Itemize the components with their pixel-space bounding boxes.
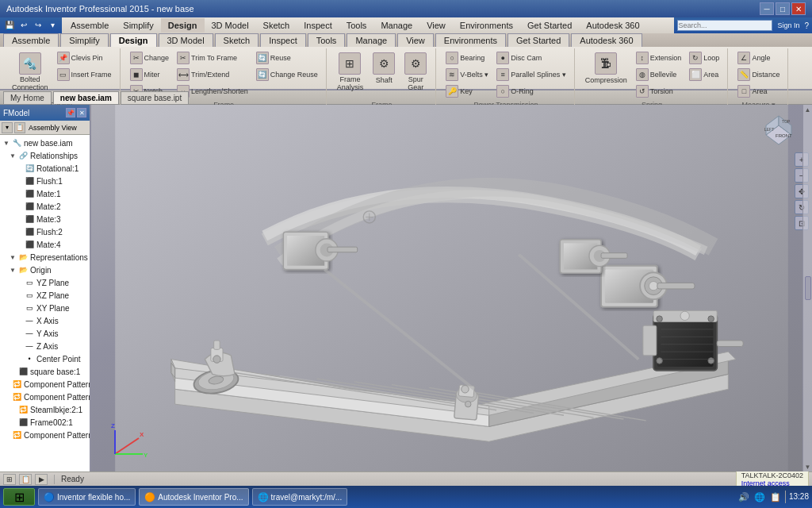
shaft-btn[interactable]: ⚙ Shaft xyxy=(369,50,399,87)
spur-gear-btn[interactable]: ⚙ SpurGear xyxy=(400,50,431,94)
search-input[interactable] xyxy=(677,20,772,31)
tree-item[interactable]: ⬛ Mate:3 xyxy=(2,213,88,225)
tree-item[interactable]: ⬛ Flush:2 xyxy=(2,225,88,238)
tab-myhome[interactable]: My Home xyxy=(3,91,52,104)
scroll-strip[interactable]: ▲ ▼ xyxy=(802,105,812,471)
panel-close-btn[interactable]: ✕ xyxy=(77,108,86,117)
status-btn-2[interactable]: 📋 xyxy=(19,474,32,485)
ribbon-tab-sketch[interactable]: Sketch xyxy=(215,33,259,47)
distance-btn[interactable]: 📏 Distance xyxy=(734,67,783,83)
tree-item[interactable]: ▭ XZ Plane xyxy=(2,289,88,302)
tree-item[interactable]: — X Axis xyxy=(2,314,88,327)
tree-item[interactable]: ⬛ Mate:2 xyxy=(2,200,88,213)
assembly-view-tab[interactable]: 📋 xyxy=(14,122,25,133)
model-tree[interactable]: ▼ 🔧 new base.iam ▼ 🔗 Relationships 🔄 Rot… xyxy=(0,135,90,471)
torsion-btn[interactable]: ↺ Torsion xyxy=(633,83,685,99)
minimize-button[interactable]: ─ xyxy=(760,2,774,15)
network-icon[interactable]: 🌐 xyxy=(753,491,766,503)
frame-analysis-btn[interactable]: ⊞ FrameAnalysis xyxy=(333,50,368,94)
menu-sketch[interactable]: Sketch xyxy=(256,18,297,33)
tree-item[interactable]: ⬛ square base:1 xyxy=(2,365,88,378)
loop-btn[interactable]: ↻ Loop xyxy=(686,50,722,66)
menu-view[interactable]: View xyxy=(419,18,453,33)
vbelts-btn[interactable]: ≋ V-Belts ▾ xyxy=(442,67,492,83)
angle-btn[interactable]: ∠ Angle xyxy=(734,50,783,66)
tree-item[interactable]: ▭ XY Plane xyxy=(2,302,88,314)
ribbon-tab-simplify[interactable]: Simplify xyxy=(60,33,109,47)
tree-item[interactable]: 🔄 Rotational:1 xyxy=(2,162,88,175)
bolted-connection-btn[interactable]: 🔩 BoltedConnection xyxy=(8,50,52,94)
volume-icon[interactable]: 🔊 xyxy=(737,491,750,503)
tree-item[interactable]: ⬛ Frame002:1 xyxy=(2,416,88,429)
tree-item[interactable]: 🔁 Component Pattern:2:1 xyxy=(2,391,88,403)
ribbon-tab-3dmodel[interactable]: 3D Model xyxy=(159,33,213,47)
tree-item[interactable]: ⬛ Mate:1 xyxy=(2,187,88,200)
signin-button[interactable]: Sign In xyxy=(774,21,802,29)
taskbar-item-0[interactable]: 🔵 Inventor flexible ho... xyxy=(38,488,136,506)
tree-item[interactable]: — Z Axis xyxy=(2,340,88,352)
menu-design[interactable]: Design xyxy=(161,18,205,33)
belleville-btn[interactable]: ◍ Bellevile xyxy=(633,67,685,83)
options-quick-btn[interactable]: ▾ xyxy=(46,19,59,30)
viewport-3d[interactable]: FRONT LEFT TOP + − ✥ ↻ ⊡ X Y Z xyxy=(91,105,812,471)
area-btn[interactable]: ⬜ Area xyxy=(686,67,722,83)
tree-item[interactable]: ▼ 📂 Origin xyxy=(2,264,88,276)
trim-to-frame-btn[interactable]: ✂ Trim To Frame xyxy=(174,50,251,66)
ribbon-tab-view[interactable]: View xyxy=(397,33,434,47)
help-button[interactable]: ? xyxy=(804,21,809,30)
undo-quick-btn[interactable]: ↩ xyxy=(17,19,30,30)
tree-item[interactable]: ⬛ Flush:1 xyxy=(2,175,88,187)
menu-3dmodel[interactable]: 3D Model xyxy=(205,18,256,33)
view-cube[interactable]: FRONT LEFT TOP xyxy=(758,110,799,151)
change-reuse-btn[interactable]: 🔄 Change Reuse xyxy=(253,67,321,83)
menu-inspect[interactable]: Inspect xyxy=(297,18,339,33)
menu-environments[interactable]: Environments xyxy=(453,18,520,33)
clevis-pin-btn[interactable]: 📌 Clevis Pin xyxy=(54,50,115,66)
disc-cam-btn[interactable]: ● Disc Cam xyxy=(493,50,569,66)
tab-newbase[interactable]: new base.iam xyxy=(53,91,119,104)
ribbon-tab-manage[interactable]: Manage xyxy=(347,33,396,47)
ribbon-tab-assemble[interactable]: Assemble xyxy=(3,33,59,47)
status-btn-3[interactable]: ▶ xyxy=(35,474,48,485)
tree-item[interactable]: 🔁 Component Pattern:3:1 xyxy=(2,429,88,441)
status-btn-1[interactable]: ⊞ xyxy=(3,474,16,485)
tree-item[interactable]: 🔁 Steamlbkje:2:1 xyxy=(2,403,88,416)
menu-getstarted[interactable]: Get Started xyxy=(520,18,579,33)
scroll-thumb[interactable] xyxy=(805,276,811,300)
maximize-button[interactable]: □ xyxy=(776,2,790,15)
key-btn[interactable]: 🔑 Key xyxy=(442,83,492,99)
ribbon-tab-inspect[interactable]: Inspect xyxy=(260,33,305,47)
menu-autodesk360[interactable]: Autodesk 360 xyxy=(579,18,646,33)
scroll-down[interactable]: ▼ xyxy=(804,463,812,471)
measure-area-btn[interactable]: □ Area xyxy=(734,83,783,99)
ribbon-tab-getstarted[interactable]: Get Started xyxy=(508,33,569,47)
start-button[interactable]: ⊞ xyxy=(3,488,35,506)
tab-squarebase[interactable]: square base.ipt xyxy=(121,91,189,104)
menu-assemble[interactable]: Assemble xyxy=(63,18,116,33)
bearing-btn[interactable]: ○ Bearing xyxy=(442,50,492,66)
ribbon-tab-design[interactable]: Design xyxy=(110,33,157,47)
ribbon-tab-environments[interactable]: Environments xyxy=(435,33,506,47)
filter-btn[interactable]: ▾ xyxy=(2,122,13,133)
tree-item[interactable]: ▭ YZ Plane xyxy=(2,276,88,289)
panel-pin-btn[interactable]: 📌 xyxy=(66,108,75,117)
save-quick-btn[interactable]: 💾 xyxy=(3,19,16,30)
scroll-up[interactable]: ▲ xyxy=(804,106,812,114)
redo-quick-btn[interactable]: ↪ xyxy=(32,19,44,30)
systray-icon-3[interactable]: 📋 xyxy=(769,491,782,503)
compression-btn[interactable]: 🗜 Compression xyxy=(581,50,631,87)
taskbar-item-1[interactable]: 🟠 Autodesk Inventor Pro... xyxy=(139,488,248,506)
ribbon-tab-tools[interactable]: Tools xyxy=(308,33,346,47)
tree-item[interactable]: • Center Point xyxy=(2,352,88,365)
ribbon-tab-autodesk360[interactable]: Autodesk 360 xyxy=(571,33,642,47)
menu-tools[interactable]: Tools xyxy=(339,18,374,33)
parallel-splines-btn[interactable]: ≡ Parallel Splines ▾ xyxy=(493,67,569,83)
oring-btn[interactable]: ○ O-Ring xyxy=(493,83,569,99)
menu-manage[interactable]: Manage xyxy=(373,18,419,33)
reuse-btn[interactable]: 🔄 Reuse xyxy=(253,50,321,66)
miter-btn[interactable]: ◼ Miter xyxy=(127,67,173,83)
tree-item[interactable]: ⬛ Mate:4 xyxy=(2,238,88,251)
taskbar-item-2[interactable]: 🌐 travel@markyt:/m/... xyxy=(252,488,348,506)
extension-btn[interactable]: ↕ Extension xyxy=(633,50,685,66)
tree-item[interactable]: ▼ 🔧 new base.iam xyxy=(2,137,88,149)
